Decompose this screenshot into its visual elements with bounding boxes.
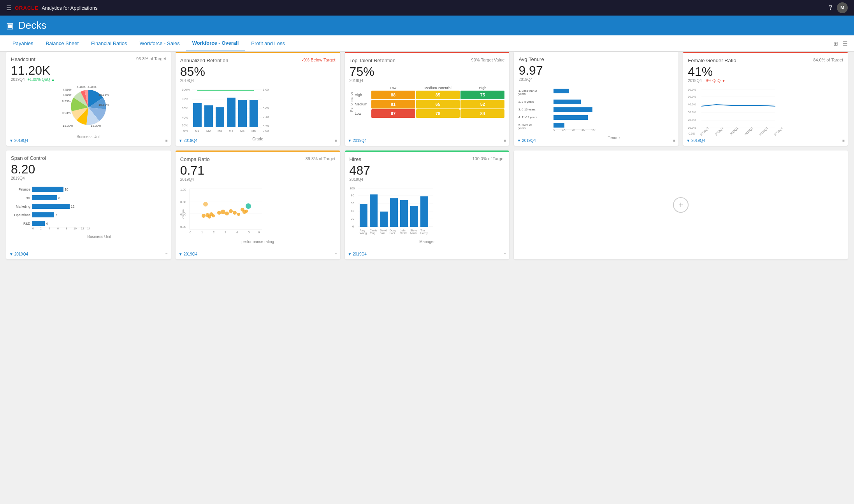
svg-text:0.00: 0.00	[263, 129, 269, 133]
svg-text:Mack: Mack	[410, 232, 417, 234]
svg-rect-24	[216, 107, 224, 127]
svg-text:4K: 4K	[591, 128, 595, 131]
svg-text:8.93%: 8.93%	[62, 100, 71, 103]
svg-text:2: 2	[213, 231, 215, 234]
add-card[interactable]: +	[514, 150, 848, 259]
svg-text:0: 0	[190, 231, 192, 234]
top-talent-title: Top Talent Retention	[350, 58, 395, 63]
hires-card: Hires 100.0% of Target 487 2019Q4 100 80…	[345, 150, 510, 259]
tab-financial-ratios[interactable]: Financial Ratios	[85, 36, 134, 51]
svg-text:100: 100	[350, 187, 355, 190]
svg-text:R&D: R&D	[23, 222, 30, 226]
svg-text:10: 10	[65, 187, 69, 191]
svg-text:0: 0	[32, 227, 34, 230]
menu-icon[interactable]: ☰	[843, 40, 848, 47]
svg-rect-43	[554, 100, 581, 104]
svg-rect-27	[250, 100, 258, 127]
svg-point-118	[233, 211, 237, 215]
tab-payables[interactable]: Payables	[6, 36, 39, 51]
span-filter[interactable]: ▼ 2019Q4	[9, 252, 28, 256]
top-talent-export-icon[interactable]: ≡	[504, 138, 506, 143]
svg-text:40.0%: 40.0%	[688, 103, 696, 106]
svg-text:0.0%: 0.0%	[689, 132, 695, 135]
svg-text:years: years	[518, 92, 526, 96]
svg-text:80%: 80%	[182, 97, 188, 101]
hires-filter[interactable]: ▼ 2019Q4	[348, 252, 367, 256]
svg-text:2. 2-5 years: 2. 2-5 years	[518, 100, 534, 103]
hamburger-icon[interactable]: ☰	[6, 4, 12, 12]
headcount-export-icon[interactable]: ≡	[165, 138, 168, 143]
top-talent-target: 90% Target Value	[471, 58, 505, 62]
svg-text:100%: 100%	[182, 88, 190, 91]
hires-axis-label: Manager	[350, 240, 505, 244]
tab-workforce-overall[interactable]: Workforce - Overall	[186, 35, 245, 51]
hires-title: Hires	[350, 156, 361, 162]
annualized-filter[interactable]: ▼ 2019Q4	[179, 138, 197, 143]
svg-text:Marketing: Marketing	[16, 205, 31, 208]
top-bar-right: ? M	[829, 2, 848, 13]
svg-text:5: 5	[248, 231, 250, 234]
svg-text:40: 40	[351, 209, 354, 213]
headcount-filter[interactable]: ▼ 2019Q4	[9, 138, 28, 143]
svg-text:12: 12	[81, 227, 84, 230]
user-avatar[interactable]: M	[837, 2, 848, 13]
span-of-control-card: Span of Control 8.20 2019Q4 Finance 10 H…	[6, 150, 171, 259]
svg-text:Operations: Operations	[14, 213, 30, 217]
nav-tabs: Payables Balance Sheet Financial Ratios …	[0, 35, 854, 52]
svg-text:20.0%: 20.0%	[688, 118, 696, 122]
top-talent-period: 2019Q4	[350, 79, 505, 83]
svg-rect-50	[554, 123, 564, 128]
cell-high-low: 88	[371, 91, 415, 99]
hires-target: 100.0% of Target	[472, 156, 504, 161]
top-talent-filter[interactable]: ▼ 2019Q4	[348, 138, 367, 143]
svg-text:M2: M2	[206, 129, 211, 133]
female-gender-filter[interactable]: ▼ 2019Q4	[686, 138, 705, 143]
svg-point-119	[237, 213, 240, 216]
span-axis-label: Business Unit	[11, 234, 166, 239]
svg-text:0: 0	[554, 128, 555, 131]
heatmap-y-label: Performance	[350, 92, 353, 112]
female-gender-export-icon[interactable]: ≡	[842, 138, 845, 143]
annualized-export-icon[interactable]: ≡	[335, 138, 337, 143]
add-card-button[interactable]: +	[673, 197, 689, 213]
annualized-retention-title: Annualized Retention	[180, 58, 228, 63]
tab-workforce-sales[interactable]: Workforce - Sales	[134, 36, 186, 51]
headcount-footer: ▼ 2019Q4 ≡	[9, 138, 168, 143]
avg-tenure-export-icon[interactable]: ≡	[673, 138, 675, 143]
svg-rect-149	[400, 200, 408, 227]
tab-balance-sheet[interactable]: Balance Sheet	[39, 36, 85, 51]
avg-tenure-value: 9.97	[518, 64, 674, 77]
svg-rect-89	[32, 221, 45, 226]
svg-text:Wong: Wong	[360, 232, 367, 235]
svg-text:4: 4	[236, 231, 238, 234]
svg-rect-86	[32, 212, 54, 217]
page-title: Decks	[18, 19, 46, 32]
svg-text:0.60: 0.60	[263, 107, 269, 110]
span-export-icon[interactable]: ≡	[165, 252, 168, 256]
svg-text:years: years	[518, 126, 526, 130]
svg-rect-45	[554, 107, 592, 112]
svg-text:40%: 40%	[182, 116, 188, 119]
svg-point-124	[246, 203, 251, 209]
svg-text:1.20: 1.20	[180, 188, 186, 191]
compa-ratio-footer: ▼ 2019Q4 ≡	[179, 252, 337, 256]
cell-high-medium: 85	[416, 91, 460, 99]
avg-tenure-title: Avg Tenure	[518, 56, 544, 62]
svg-text:4.46%: 4.46%	[88, 85, 97, 89]
filter-icon[interactable]: ⊞	[833, 40, 838, 47]
oracle-logo: ORACLE	[15, 5, 39, 11]
compa-x-label: performance rating	[180, 240, 336, 244]
compa-filter[interactable]: ▼ 2019Q4	[179, 252, 197, 256]
hires-export-icon[interactable]: ≡	[504, 252, 506, 256]
top-talent-value: 75%	[350, 65, 505, 79]
svg-text:0.20: 0.20	[263, 124, 269, 128]
svg-text:50.0%: 50.0%	[688, 95, 696, 98]
compa-ratio-target: 89.3% of Target	[306, 156, 336, 161]
nav-actions: ⊞ ☰	[833, 40, 848, 47]
help-icon[interactable]: ?	[829, 4, 832, 11]
avg-tenure-filter[interactable]: ▼ 2019Q4	[517, 138, 536, 143]
svg-text:20: 20	[351, 217, 354, 220]
tab-profit-loss[interactable]: Profit and Loss	[245, 36, 291, 51]
svg-text:HR: HR	[26, 196, 30, 200]
compa-export-icon[interactable]: ≡	[335, 252, 337, 256]
